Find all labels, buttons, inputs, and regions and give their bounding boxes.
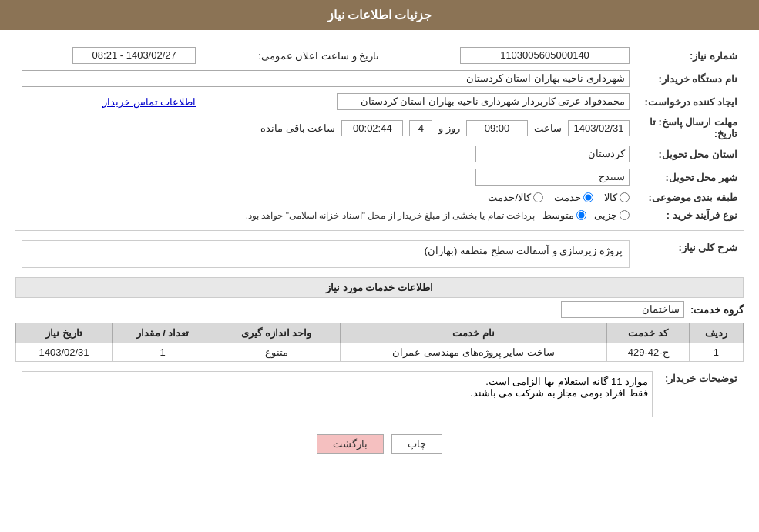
back-button[interactable]: بازگشت	[317, 434, 384, 454]
service-group-value: ساختمان	[561, 301, 684, 318]
deadline-day-label: روز و	[438, 122, 460, 134]
category-radio-kala-khedmat[interactable]: کالا/خدمت	[488, 192, 543, 203]
deadline-label: مهلت ارسال پاسخ: تا تاریخ:	[636, 113, 744, 142]
category-radio3-label: کالا/خدمت	[488, 192, 531, 203]
table-cell-unit: متنوع	[213, 343, 340, 362]
col-qty: تعداد / مقدار	[113, 323, 213, 343]
table-cell-code: ج-42-429	[607, 343, 689, 362]
process-radio1-label: جزیی	[594, 209, 617, 221]
process-radio2-label: متوسط	[542, 209, 574, 221]
city-label: شهر محل تحویل:	[636, 166, 744, 189]
table-row: 1ج-42-429ساخت سایر پروژه‌های مهندسی عمرا…	[16, 343, 744, 362]
province-value: کردستان	[475, 146, 630, 162]
category-radio2-label: خدمت	[554, 192, 581, 203]
process-label: نوع فرآیند خرید :	[636, 206, 744, 224]
table-cell-name: ساخت سایر پروژه‌های مهندسی عمران	[340, 343, 607, 362]
description-label: شرح کلی نیاز:	[636, 237, 744, 271]
service-group-label: گروه خدمت:	[690, 304, 744, 316]
request-number-label: شماره نیاز:	[636, 44, 744, 67]
process-radio-jozi[interactable]: جزیی	[594, 209, 630, 221]
page-header: جزئیات اطلاعات نیاز	[0, 0, 759, 30]
city-value: سنندج	[475, 169, 630, 186]
category-label: طبقه بندی موضوعی:	[636, 189, 744, 206]
process-note: پرداخت تمام یا بخشی از مبلغ خریدار از مح…	[246, 210, 535, 221]
deadline-remaining: 00:02:44	[341, 120, 403, 136]
table-cell-qty: 1	[113, 343, 213, 362]
category-radio-khedmat[interactable]: خدمت	[554, 192, 593, 203]
col-unit: واحد اندازه گیری	[213, 323, 340, 343]
org-name-value: شهرداری ناحیه بهاران استان کردستان	[22, 70, 630, 87]
print-button[interactable]: چاپ	[391, 434, 442, 454]
deadline-date: 1403/02/31	[568, 120, 630, 136]
col-code: کد خدمت	[607, 323, 689, 343]
col-name: نام خدمت	[340, 323, 607, 343]
deadline-time: 09:00	[466, 120, 528, 136]
description-value: پروژه زیرسازی و آسفالت سطح منطقه (بهاران…	[22, 240, 630, 268]
announce-label: تاریخ و ساعت اعلان عمومی:	[258, 50, 379, 62]
col-date: تاریخ نیاز	[16, 323, 113, 343]
creator-contact-link[interactable]: اطلاعات تماس خریدار	[102, 96, 196, 108]
creator-value: محمدفواد عرتی کاربرداز شهرداری ناحیه بها…	[337, 93, 630, 110]
province-label: استان محل تحویل:	[636, 142, 744, 166]
table-cell-date: 1403/02/31	[16, 343, 113, 362]
deadline-time-label: ساعت	[534, 122, 562, 134]
category-radio1-label: کالا	[604, 192, 617, 203]
category-radio-kala[interactable]: کالا	[604, 192, 630, 203]
buyer-notes-textarea[interactable]	[22, 371, 653, 417]
request-number-value: 1103005605000140	[460, 47, 630, 64]
process-radio-motevaset[interactable]: متوسط	[542, 209, 586, 221]
table-cell-row: 1	[689, 343, 743, 362]
deadline-remaining-label: ساعت باقی مانده	[260, 122, 335, 134]
org-name-label: نام دستگاه خریدار:	[636, 67, 744, 90]
creator-label: ایجاد کننده درخواست:	[636, 90, 744, 113]
services-section-title: اطلاعات خدمات مورد نیاز	[15, 277, 744, 298]
announce-value: 1403/02/27 - 08:21	[72, 47, 196, 64]
page-title: جزئیات اطلاعات نیاز	[327, 8, 432, 22]
buyer-notes-label: توضیحات خریدار:	[659, 368, 744, 423]
deadline-days: 4	[409, 120, 432, 136]
col-row: ردیف	[689, 323, 743, 343]
